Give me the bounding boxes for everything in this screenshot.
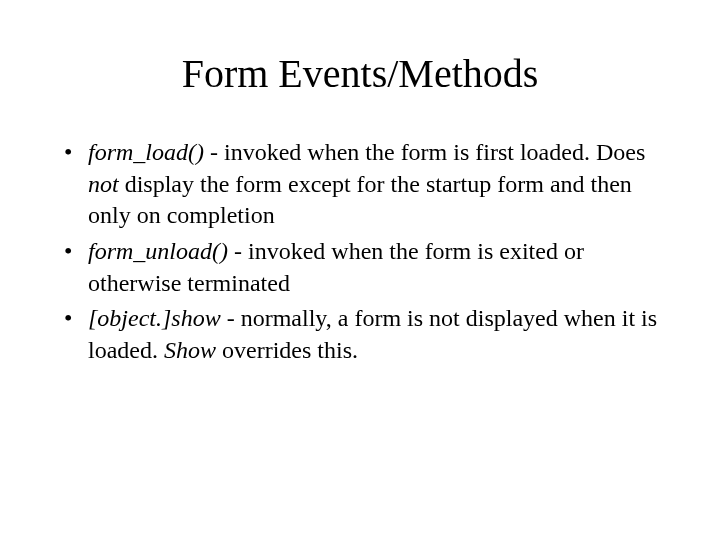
emphasis: Show	[164, 337, 216, 363]
list-item: form_unload() - invoked when the form is…	[60, 236, 660, 299]
slide: Form Events/Methods form_load() - invoke…	[0, 0, 720, 540]
slide-title: Form Events/Methods	[60, 50, 660, 97]
text-post: display the form except for the startup …	[88, 171, 632, 229]
sep: -	[204, 139, 224, 165]
text-post: overrides this.	[216, 337, 358, 363]
list-item: [object.]show - normally, a form is not …	[60, 303, 660, 366]
list-item: form_load() - invoked when the form is f…	[60, 137, 660, 232]
bullet-list: form_load() - invoked when the form is f…	[60, 137, 660, 367]
sep: -	[221, 305, 241, 331]
term: form_load()	[88, 139, 204, 165]
term: form_unload()	[88, 238, 228, 264]
term: [object.]show	[88, 305, 221, 331]
text-pre: invoked when the form is first loaded. D…	[224, 139, 645, 165]
sep: -	[228, 238, 248, 264]
emphasis: not	[88, 171, 119, 197]
